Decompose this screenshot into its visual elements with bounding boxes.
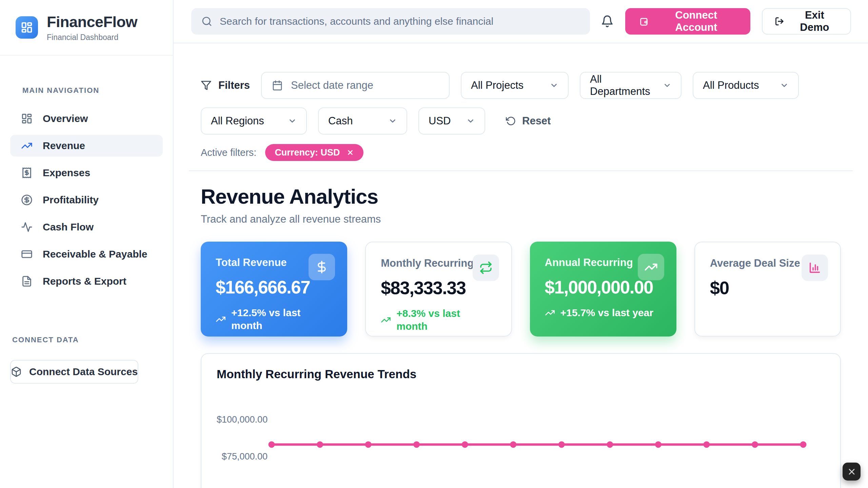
file-text-icon: [21, 276, 33, 287]
data-point-marker: [413, 441, 420, 448]
connect-data-sources-button[interactable]: Connect Data Sources: [10, 360, 138, 384]
bar-chart-icon: [808, 261, 822, 274]
departments-select-value: All Departments: [590, 73, 663, 98]
data-point-marker: [703, 441, 710, 448]
exit-demo-button[interactable]: Exit Demo: [762, 8, 851, 35]
sidebar-item-label: Revenue: [43, 140, 85, 151]
chevron-down-icon: [780, 81, 789, 90]
exit-demo-label: Exit Demo: [791, 9, 838, 34]
stat-badge: [802, 255, 828, 281]
connect-account-button[interactable]: Connect Account: [625, 8, 750, 35]
projects-select-value: All Projects: [471, 79, 524, 92]
departments-select[interactable]: All Departments: [580, 72, 682, 99]
mrr-line-chart: [201, 354, 840, 488]
connect-data-header: CONNECT DATA: [12, 336, 163, 344]
trending-up-icon: [644, 260, 658, 274]
sidebar-item-label: Profitability: [43, 194, 99, 206]
stat-badge: [309, 254, 335, 280]
connect-data-sources-label: Connect Data Sources: [29, 366, 138, 378]
search-input[interactable]: [220, 16, 580, 27]
topbar: Connect Account Exit Demo: [174, 0, 868, 43]
box-icon: [11, 366, 22, 377]
data-point-marker: [510, 441, 516, 448]
data-point-marker: [607, 441, 613, 448]
filters-row-2: All Regions Cash USD Reset: [201, 107, 841, 135]
products-select[interactable]: All Products: [693, 72, 799, 99]
sidebar-item-reports-export[interactable]: Reports & Export: [10, 270, 163, 292]
circle-dollar-icon: [21, 194, 33, 206]
stat-card-monthly-recurring: Monthly Recurring $83,333.33 +8.3% vs la…: [365, 242, 512, 337]
chevron-down-icon: [663, 81, 671, 90]
main-content: Filters Select date range All Projects A…: [174, 43, 868, 488]
stat-cards: Total Revenue $166,666.67 +12.5% vs last…: [201, 242, 841, 337]
financeflow-app: FinanceFlow Financial Dashboard MAIN NAV…: [0, 0, 868, 488]
currency-select-value: USD: [429, 115, 451, 127]
stat-trend: +15.7% vs last year: [545, 306, 662, 319]
trending-up-icon: [381, 315, 391, 325]
mrr-trends-chart-card: Monthly Recurring Revenue Trends $100,00…: [201, 353, 841, 488]
products-select-value: All Products: [703, 79, 759, 92]
activity-icon: [21, 221, 33, 233]
reset-filters-button[interactable]: Reset: [506, 115, 551, 127]
app-subtitle: Financial Dashboard: [47, 33, 137, 42]
stat-trend: +8.3% vs last month: [381, 307, 496, 332]
nav-section-header: MAIN NAVIGATION: [22, 86, 163, 95]
filters-label: Filters: [201, 79, 250, 92]
notifications-button[interactable]: [601, 15, 614, 28]
trending-up-icon: [21, 140, 33, 151]
section-divider: [189, 170, 853, 171]
chevron-down-icon: [466, 117, 475, 125]
layout-dashboard-icon: [21, 113, 33, 124]
calendar-icon: [272, 80, 283, 91]
regions-select-value: All Regions: [211, 115, 264, 127]
sidebar-item-receivable-payable[interactable]: Receivable & Payable: [10, 243, 163, 265]
page-title: Revenue Analytics: [201, 185, 841, 208]
accounting-basis-value: Cash: [328, 115, 353, 127]
date-range-placeholder: Select date range: [291, 79, 373, 92]
sidebar-item-overview[interactable]: Overview: [10, 108, 163, 129]
sidebar-item-cash-flow[interactable]: Cash Flow: [10, 216, 163, 238]
logout-icon: [775, 16, 784, 26]
funnel-icon: [201, 80, 212, 91]
data-point-marker: [752, 441, 758, 448]
chevron-down-icon: [388, 117, 397, 125]
connect-data-section: CONNECT DATA Connect Data Sources: [10, 336, 163, 384]
sidebar-item-profitability[interactable]: Profitability: [10, 189, 163, 211]
sidebar: FinanceFlow Financial Dashboard MAIN NAV…: [0, 0, 174, 488]
wallet-icon: [639, 16, 650, 27]
search-bar[interactable]: [191, 8, 590, 35]
sidebar-item-label: Expenses: [43, 167, 90, 179]
sidebar-item-expenses[interactable]: Expenses: [10, 162, 163, 184]
currency-filter-chip[interactable]: Currency: USD: [265, 144, 363, 161]
data-point-marker: [365, 441, 372, 448]
stat-card-average-deal-size: Average Deal Size $0: [694, 242, 841, 337]
data-point-marker: [462, 441, 468, 448]
connect-account-label: Connect Account: [656, 9, 736, 34]
active-filters-row: Active filters: Currency: USD: [201, 144, 841, 161]
sidebar-item-label: Cash Flow: [43, 221, 94, 233]
close-icon[interactable]: [347, 149, 354, 156]
sidebar-item-label: Overview: [43, 113, 88, 124]
trending-up-icon: [216, 314, 226, 324]
projects-select[interactable]: All Projects: [461, 72, 569, 99]
accounting-basis-select[interactable]: Cash: [318, 107, 407, 135]
chevron-down-icon: [550, 81, 558, 90]
currency-filter-chip-label: Currency: USD: [275, 147, 340, 158]
data-point-marker: [800, 441, 807, 448]
data-point-marker: [655, 441, 662, 448]
regions-select[interactable]: All Regions: [201, 107, 307, 135]
bell-icon: [601, 15, 614, 28]
date-range-input[interactable]: Select date range: [261, 72, 450, 99]
active-filters-label: Active filters:: [201, 147, 256, 158]
currency-select[interactable]: USD: [418, 107, 485, 135]
sidebar-item-revenue[interactable]: Revenue: [10, 135, 163, 157]
stat-trend: +12.5% vs last month: [216, 306, 332, 332]
search-icon: [201, 16, 212, 27]
close-icon: [847, 467, 856, 476]
filters-row-1: Filters Select date range All Projects A…: [201, 72, 841, 99]
data-point-marker: [269, 441, 275, 448]
trending-up-icon: [545, 308, 555, 318]
stat-badge: [638, 254, 664, 280]
close-overlay-button[interactable]: [843, 463, 861, 481]
receipt-icon: [21, 167, 33, 179]
